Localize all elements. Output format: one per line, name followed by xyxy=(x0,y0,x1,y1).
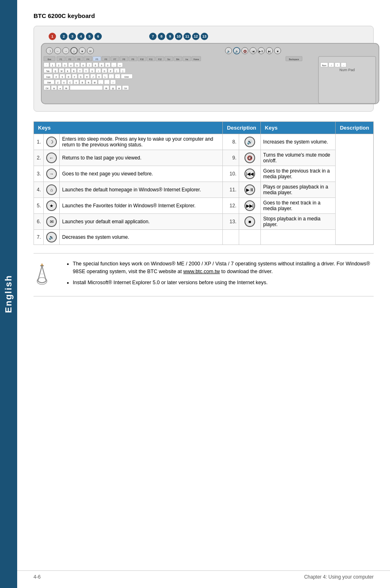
key-icon-right: ■ xyxy=(239,214,261,230)
svg-line-191 xyxy=(38,266,42,281)
key-desc-right: Goes to the previous track in a media pl… xyxy=(260,166,336,182)
key-number-right: 10. xyxy=(223,166,239,182)
sidebar-label: English xyxy=(3,275,14,313)
svg-text:F9: F9 xyxy=(132,58,134,61)
svg-text:.: . xyxy=(107,81,107,84)
key-icon-right: 🔊 xyxy=(239,134,261,150)
svg-text:Scr: Scr xyxy=(167,58,170,61)
callout-4: 4 xyxy=(77,33,85,40)
key-number-left: 1. xyxy=(34,134,44,150)
svg-text:☽: ☽ xyxy=(48,49,51,53)
svg-text:,: , xyxy=(101,81,101,84)
svg-text:F2: F2 xyxy=(69,58,71,61)
note-text-1b: to download the driver. xyxy=(220,269,273,274)
svg-text:Enter: Enter xyxy=(125,76,129,78)
key-icon-left: ★ xyxy=(44,198,60,214)
svg-text:Alt: Alt xyxy=(105,88,108,90)
note-item-1: The special function keys work on Window… xyxy=(73,260,374,276)
key-icon-left: 🔉 xyxy=(44,230,60,245)
svg-text:9: 9 xyxy=(101,64,102,67)
note-list: The special function keys work on Window… xyxy=(66,260,374,286)
svg-text:G: G xyxy=(80,76,82,78)
key-desc-right: Goes to the next track in a media player… xyxy=(260,198,336,214)
svg-text:←: ← xyxy=(56,49,59,53)
key-icon-symbol: ▶▶| xyxy=(244,200,255,211)
key-icon-right: |◀◀ xyxy=(239,166,261,182)
svg-text:🔇: 🔇 xyxy=(243,49,247,53)
svg-text:I: I xyxy=(98,70,99,72)
key-icon-symbol: ☽ xyxy=(46,137,57,147)
svg-text:■: ■ xyxy=(277,50,278,53)
sidebar: English xyxy=(0,0,17,588)
callout-6: 6 xyxy=(94,33,102,40)
note-link: www.btc.com.tw xyxy=(183,269,220,274)
svg-text:Home: Home xyxy=(193,58,199,61)
svg-text:F: F xyxy=(74,76,75,78)
svg-text:0: 0 xyxy=(107,64,108,67)
table-row: 7.🔉Decreases the system volume. xyxy=(34,230,374,245)
svg-text:★: ★ xyxy=(81,50,83,53)
key-desc-right: Plays or pauses playback in a media play… xyxy=(260,182,336,198)
footer-chapter: Chapter 4: Using your computer xyxy=(304,574,374,580)
svg-text:Num: Num xyxy=(322,64,327,67)
key-icon-symbol: ▶⏸ xyxy=(244,184,255,195)
callout-row-top: 1 2 3 4 5 6 7 8 9 10 11 12 13 xyxy=(40,33,367,40)
callout-9: 9 xyxy=(166,33,174,40)
svg-text:🔉: 🔉 xyxy=(227,49,231,53)
key-icon-symbol: → xyxy=(46,168,57,179)
svg-text:U: U xyxy=(92,70,93,72)
svg-text:Caps: Caps xyxy=(46,76,51,78)
svg-text:5: 5 xyxy=(76,64,78,67)
key-number-right: 13. xyxy=(223,214,239,230)
note-text-2: Install Microsoft® Internet Explorer 5.0… xyxy=(73,280,268,285)
pencil-icon xyxy=(34,262,54,286)
svg-text:F8: F8 xyxy=(123,58,125,61)
key-desc-left: Decreases the system volume. xyxy=(60,230,223,245)
svg-text:⊞: ⊞ xyxy=(118,87,120,90)
callout-13: 13 xyxy=(201,33,208,40)
svg-text:F5: F5 xyxy=(96,58,98,61)
key-number-left: 5. xyxy=(34,198,44,214)
callout-1: 1 xyxy=(49,33,56,40)
svg-text:▶⏸: ▶⏸ xyxy=(259,50,264,53)
key-number-right xyxy=(223,230,239,245)
callout-2: 2 xyxy=(60,33,67,40)
svg-text:W: W xyxy=(61,70,63,72)
note-icon xyxy=(34,260,58,290)
svg-text:;: ; xyxy=(111,76,112,78)
svg-text:Ins: Ins xyxy=(186,58,188,61)
svg-text:🔊: 🔊 xyxy=(235,49,239,53)
key-desc-right: Stops playback in a media player. xyxy=(260,214,336,230)
svg-text:6: 6 xyxy=(83,64,84,67)
note-content: The special function keys work on Window… xyxy=(66,260,374,290)
svg-text:7: 7 xyxy=(89,64,90,67)
svg-text:F10: F10 xyxy=(140,58,144,61)
svg-text:1: 1 xyxy=(52,64,53,67)
key-icon-right: 🔇 xyxy=(239,150,261,166)
svg-text:3: 3 xyxy=(64,64,65,67)
svg-text:N: N xyxy=(88,81,90,84)
callout-8: 8 xyxy=(158,33,165,40)
svg-text:Backspace: Backspace xyxy=(289,58,299,61)
main-content: BTC 6200C keyboard 1 2 3 4 5 6 7 8 9 10 … xyxy=(17,0,390,323)
key-icon-symbol: |◀◀ xyxy=(244,168,255,179)
key-desc-left: Launches the default homepage in Windows… xyxy=(60,182,223,198)
svg-text:8: 8 xyxy=(95,64,96,67)
key-number-left: 7. xyxy=(34,230,44,245)
svg-text:Z: Z xyxy=(57,81,58,84)
page-title: BTC 6200C keyboard xyxy=(34,12,374,19)
key-icon-symbol: 🔉 xyxy=(46,232,57,242)
callout-7: 7 xyxy=(149,33,157,40)
key-number-left: 6. xyxy=(34,214,44,230)
table-row: 6.✉Launches your default email applicati… xyxy=(34,214,374,230)
key-number-right: 12. xyxy=(223,198,239,214)
col2-header-keys: Keys xyxy=(260,122,336,134)
col2-header-desc: Description xyxy=(336,122,374,134)
key-icon-left: ☽ xyxy=(44,134,60,150)
svg-text:2: 2 xyxy=(58,64,59,67)
svg-text:T: T xyxy=(79,70,81,72)
table-row: 4.⌂Launches the default homepage in Wind… xyxy=(34,182,374,198)
key-icon-left: ← xyxy=(44,150,60,166)
key-icon-symbol: ⌂ xyxy=(46,184,57,195)
svg-text:*: * xyxy=(337,64,338,67)
